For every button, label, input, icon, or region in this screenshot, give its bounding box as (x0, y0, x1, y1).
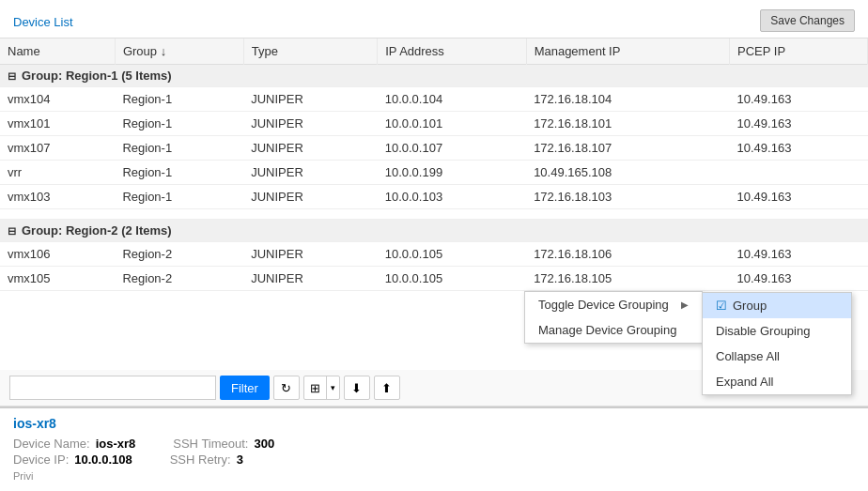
cell-group: Region-1 (115, 112, 243, 136)
disable-grouping-label: Disable Grouping (716, 324, 810, 338)
download-icon-2: ⬆ (381, 381, 392, 395)
table-row[interactable]: vmx103Region-1JUNIPER10.0.0.103172.16.18… (0, 185, 868, 209)
cell-mgmt_ip: 172.16.18.106 (526, 242, 729, 267)
device-ip-key: Device IP: (13, 453, 69, 467)
save-changes-button[interactable]: Save Changes (760, 9, 855, 32)
expand-all-label: Expand All (716, 375, 773, 389)
table-row[interactable]: vrrRegion-1JUNIPER10.0.0.19910.49.165.10… (0, 161, 868, 185)
cell-ip: 10.0.0.105 (378, 267, 526, 291)
cell-ip: 10.0.0.101 (378, 112, 526, 136)
col-mgmt-ip: Management IP (526, 38, 729, 65)
cell-pcep_ip: 10.49.163 (730, 136, 868, 161)
ssh-timeout-key: SSH Timeout: (173, 437, 248, 451)
cell-group: Region-1 (115, 136, 243, 161)
detail-row-2: Device IP: 10.0.0.108 SSH Retry: 3 (13, 453, 855, 467)
ssh-retry-detail: SSH Retry: 3 (170, 453, 243, 467)
cell-group: Region-2 (115, 267, 243, 291)
filter-button[interactable]: Filter (220, 376, 270, 400)
col-ip: IP Address (378, 38, 526, 65)
group-option[interactable]: ☑ Group (703, 293, 851, 318)
detail-row-1: Device Name: ios-xr8 SSH Timeout: 300 (13, 437, 855, 451)
check-icon: ☑ (716, 299, 727, 313)
cell-name: vmx103 (0, 185, 115, 209)
refresh-icon: ↻ (281, 381, 291, 395)
dropdown-menu: Toggle Device Grouping ▶ ☑ Group Disable… (524, 291, 703, 344)
cell-type: JUNIPER (243, 87, 377, 112)
chevron-down-icon[interactable]: ▾ (326, 376, 339, 399)
cell-type: JUNIPER (243, 136, 377, 161)
download-icon: ⬇ (351, 381, 362, 395)
cell-pcep_ip: 10.49.163 (730, 185, 868, 209)
selected-device-name: ios-xr8 (13, 416, 855, 431)
cell-name: vmx101 (0, 112, 115, 136)
cell-group: Region-1 (115, 87, 243, 112)
device-table: Name Group ↓ Type IP Address Management … (0, 38, 868, 291)
grouping-dropdown: Toggle Device Grouping ▶ ☑ Group Disable… (524, 291, 703, 344)
refresh-button[interactable]: ↻ (273, 376, 300, 400)
col-group: Group ↓ (115, 38, 243, 65)
grouping-submenu: ☑ Group Disable Grouping Collapse All Ex… (702, 292, 852, 395)
cell-ip: 10.0.0.104 (378, 87, 526, 112)
device-ip-val: 10.0.0.108 (74, 453, 132, 467)
submenu-arrow-icon: ▶ (681, 299, 689, 310)
download2-button[interactable]: ⬆ (374, 376, 400, 400)
cell-ip: 10.0.0.107 (378, 136, 526, 161)
group-label: Group (733, 299, 767, 313)
expand-all-option[interactable]: Expand All (703, 369, 851, 394)
cell-name: vmx105 (0, 267, 115, 291)
cell-type: JUNIPER (243, 267, 377, 291)
page-title: Device List (13, 13, 73, 29)
cell-pcep_ip: 10.49.163 (730, 87, 868, 112)
cell-name: vmx106 (0, 242, 115, 267)
cell-name: vrr (0, 161, 115, 185)
toggle-grouping-label: Toggle Device Grouping (538, 298, 669, 312)
cell-ip: 10.0.0.199 (378, 161, 526, 185)
cell-type: JUNIPER (243, 161, 377, 185)
ssh-timeout-val: 300 (254, 437, 274, 451)
cell-pcep_ip: 10.49.163 (730, 112, 868, 136)
manage-grouping-label: Manage Device Grouping (538, 323, 676, 337)
group-header-row: ⊟Group: Region-1 (5 Items) (0, 65, 868, 87)
filter-input[interactable] (9, 376, 216, 400)
toggle-device-grouping-item[interactable]: Toggle Device Grouping ▶ ☑ Group Disable… (525, 292, 702, 317)
cell-name: vmx107 (0, 136, 115, 161)
ssh-retry-val: 3 (237, 453, 243, 467)
cell-group: Region-1 (115, 185, 243, 209)
collapse-group-icon[interactable]: ⊟ (8, 225, 16, 237)
cell-type: JUNIPER (243, 185, 377, 209)
col-name: Name (0, 38, 115, 65)
ssh-retry-key: SSH Retry: (170, 453, 231, 467)
cell-type: JUNIPER (243, 242, 377, 267)
device-name-val: ios-xr8 (96, 437, 136, 451)
cell-pcep_ip (730, 161, 868, 185)
cell-group: Region-1 (115, 161, 243, 185)
table-row[interactable]: vmx106Region-2JUNIPER10.0.0.105172.16.18… (0, 242, 868, 267)
table-row[interactable]: vmx104Region-1JUNIPER10.0.0.104172.16.18… (0, 87, 868, 112)
col-type: Type (243, 38, 377, 65)
cell-pcep_ip: 10.49.163 (730, 242, 868, 267)
cell-pcep_ip: 10.49.163 (730, 267, 868, 291)
grid-view-button[interactable]: ⊞ ▾ (303, 376, 340, 400)
table-row[interactable]: vmx105Region-2JUNIPER10.0.0.105172.16.18… (0, 267, 868, 291)
collapse-all-label: Collapse All (716, 349, 780, 363)
cell-mgmt_ip: 172.16.18.103 (526, 185, 729, 209)
col-pcep-ip: PCEP IP (730, 38, 868, 65)
table-row[interactable]: vmx107Region-1JUNIPER10.0.0.107172.16.18… (0, 136, 868, 161)
cell-type: JUNIPER (243, 112, 377, 136)
toggle-grouping-button[interactable]: Toggle Device Grouping ▶ (525, 292, 702, 317)
cell-mgmt_ip: 172.16.18.107 (526, 136, 729, 161)
cell-mgmt_ip: 172.16.18.101 (526, 112, 729, 136)
page-header: Device List Save Changes (0, 0, 868, 38)
priv-label: Privi (13, 470, 855, 482)
collapse-group-icon[interactable]: ⊟ (8, 70, 16, 82)
download1-button[interactable]: ⬇ (344, 376, 370, 400)
group-header-row: ⊟Group: Region-2 (2 Items) (0, 220, 868, 242)
table-row[interactable]: vmx101Region-1JUNIPER10.0.0.101172.16.18… (0, 112, 868, 136)
grid-icon: ⊞ (304, 376, 326, 399)
cell-ip: 10.0.0.105 (378, 242, 526, 267)
device-ip-detail: Device IP: 10.0.0.108 (13, 453, 132, 467)
cell-group: Region-2 (115, 242, 243, 267)
manage-device-grouping-button[interactable]: Manage Device Grouping (525, 317, 702, 343)
collapse-all-option[interactable]: Collapse All (703, 344, 851, 369)
disable-grouping-option[interactable]: Disable Grouping (703, 318, 851, 344)
